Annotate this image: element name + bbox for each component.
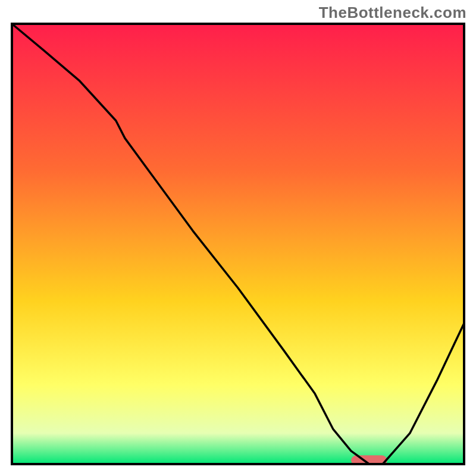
plot-background <box>12 24 464 464</box>
watermark-text: TheBottleneck.com <box>319 4 466 22</box>
bottleneck-chart <box>0 0 476 476</box>
chart-stage: TheBottleneck.com <box>0 0 476 476</box>
